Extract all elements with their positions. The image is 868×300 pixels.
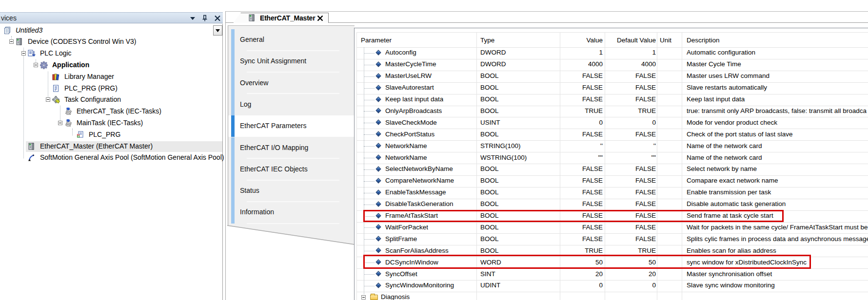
param-value[interactable]: FALSE bbox=[582, 200, 603, 207]
param-value[interactable]: FALSE bbox=[582, 188, 603, 196]
tree-connector bbox=[364, 181, 375, 182]
param-value[interactable]: '' bbox=[600, 142, 603, 150]
dialog-tab-label: EtherCAT I/O Mapping bbox=[240, 144, 308, 151]
pin-icon[interactable] bbox=[201, 15, 209, 22]
param-type: BOOL bbox=[480, 188, 499, 196]
tree-item-device-codesys-control-win-v3[interactable]: Device (CODESYS Control Win V3) bbox=[0, 37, 223, 47]
collapse-toggle-icon[interactable] bbox=[21, 51, 26, 56]
param-name[interactable]: MasterCycleTime bbox=[385, 60, 436, 68]
param-name[interactable]: ScanForAliasAddress bbox=[385, 247, 449, 254]
param-value[interactable]: FALSE bbox=[582, 95, 603, 103]
column-header-description[interactable]: Description bbox=[687, 37, 720, 44]
param-name[interactable]: SlaveAutorestart bbox=[385, 84, 434, 91]
param-value[interactable]: 0 bbox=[599, 281, 603, 289]
parameter-icon bbox=[375, 143, 381, 148]
tree-item-maintask-iec-tasks[interactable]: MainTask (IEC-Tasks) bbox=[0, 118, 223, 129]
collapse-toggle-icon[interactable] bbox=[58, 121, 62, 125]
collapse-toggle-icon[interactable] bbox=[9, 39, 14, 44]
param-name[interactable]: DisableTaskGeneration bbox=[385, 200, 454, 207]
param-name[interactable]: Keep last input data bbox=[385, 95, 443, 103]
dialog-tab-log[interactable]: Log bbox=[228, 94, 355, 115]
param-description: Slave sync window monitoring bbox=[687, 281, 868, 289]
codesys-window: vices Untitled3Device (CODESYS Control W… bbox=[0, 0, 868, 300]
param-description: Name of the network card bbox=[687, 154, 868, 161]
dialog-tab-ethercat-parameters[interactable]: EtherCAT Parameters bbox=[228, 115, 355, 137]
tree-item-plc-prg-prg[interactable]: PLC_PRG (PRG) bbox=[0, 83, 223, 94]
param-type: BOOL bbox=[480, 200, 499, 207]
devices-panel-header[interactable]: vices bbox=[0, 12, 223, 23]
tree-item-ethercat-task-iec-tasks[interactable]: EtherCAT_Task (IEC-Tasks) bbox=[0, 106, 223, 117]
tree-connector bbox=[364, 193, 375, 193]
column-header-value[interactable]: Value bbox=[586, 37, 603, 44]
collapse-toggle-icon[interactable] bbox=[34, 63, 38, 67]
task-icon bbox=[64, 119, 72, 127]
param-value[interactable]: FALSE bbox=[582, 165, 603, 172]
param-value[interactable]: FALSE bbox=[582, 177, 603, 184]
tree-item-label: EtherCAT_Master (EtherCAT Master) bbox=[40, 142, 153, 150]
param-name[interactable]: SyncOffset bbox=[385, 270, 417, 278]
tree-item-plc-prg[interactable]: PLC_PRG bbox=[0, 130, 223, 140]
param-type: DWORD bbox=[480, 49, 506, 56]
column-header-type[interactable]: Type bbox=[480, 37, 494, 44]
close-icon[interactable] bbox=[214, 15, 221, 22]
param-value[interactable]: 1 bbox=[599, 49, 603, 56]
tree-item-label: MainTask (IEC-Tasks) bbox=[77, 119, 143, 127]
grid-line bbox=[356, 280, 868, 281]
tree-item-untitled3[interactable]: Untitled3 bbox=[0, 25, 223, 36]
dialog-tab-ethercat-iec-objects[interactable]: EtherCAT IEC Objects bbox=[228, 159, 355, 180]
param-name[interactable]: SlaveCheckMode bbox=[385, 119, 437, 126]
column-header-parameter[interactable]: Parameter bbox=[361, 37, 392, 44]
param-value[interactable]: 20 bbox=[595, 270, 603, 278]
param-name[interactable]: NetworkName bbox=[385, 154, 427, 161]
param-name[interactable]: SyncWindowMonitoring bbox=[385, 281, 454, 289]
param-name[interactable]: WaitForPacket bbox=[385, 224, 428, 231]
param-name[interactable]: CompareNetworkName bbox=[385, 177, 454, 184]
param-group-name[interactable]: Diagnosis bbox=[381, 293, 410, 300]
parameter-icon bbox=[375, 85, 381, 90]
tree-item-label: PLC_PRG bbox=[89, 131, 120, 138]
tree-item-softmotion-general-axis-pool-softmotion-general-axis-pool[interactable]: SoftMotion General Axis Pool (SoftMotion… bbox=[0, 152, 223, 163]
dialog-tab-ethercat-i-o-mapping[interactable]: EtherCAT I/O Mapping bbox=[228, 137, 355, 159]
param-value[interactable]: FALSE bbox=[582, 72, 603, 79]
dialog-tab-general[interactable]: General bbox=[228, 29, 355, 51]
param-value[interactable]: 0 bbox=[599, 119, 603, 126]
dialog-tab-information[interactable]: Information bbox=[228, 202, 355, 223]
dialog-tab-status[interactable]: Status bbox=[228, 180, 355, 202]
tree-item-library-manager[interactable]: Library Manager bbox=[0, 72, 223, 82]
column-header-default-value[interactable]: Default Value bbox=[617, 37, 656, 44]
param-name[interactable]: OnlyArpBroadcasts bbox=[385, 107, 442, 114]
param-value[interactable]: TRUE bbox=[585, 247, 603, 254]
param-name[interactable]: MasterUseLRW bbox=[385, 72, 432, 79]
param-name[interactable]: EnableTaskMessage bbox=[385, 188, 446, 196]
collapse-toggle-icon[interactable] bbox=[46, 97, 50, 102]
param-value[interactable]: FALSE bbox=[582, 84, 603, 91]
parameter-icon bbox=[375, 248, 381, 253]
param-value[interactable]: FALSE bbox=[582, 131, 603, 138]
tree-dropdown-button[interactable] bbox=[213, 25, 222, 36]
param-name[interactable]: SelectNetworkByName bbox=[385, 165, 453, 172]
chevron-down-icon[interactable] bbox=[189, 15, 197, 22]
dialog-tab-sync-unit-assignment[interactable]: Sync Unit Assignment bbox=[228, 51, 355, 72]
param-default: 0 bbox=[652, 119, 656, 126]
column-header-unit[interactable]: Unit bbox=[660, 37, 671, 44]
editor-tab-ethercat-master[interactable]: EtherCAT_Master bbox=[233, 13, 329, 23]
tree-item-ethercat-master-ethercat-master[interactable]: EtherCAT_Master (EtherCAT Master) bbox=[26, 141, 222, 152]
param-name[interactable]: SplitFrame bbox=[385, 235, 417, 243]
param-value[interactable]: 4000 bbox=[588, 60, 603, 68]
dialog-tab-overview[interactable]: Overview bbox=[228, 73, 355, 94]
param-value[interactable]: FALSE bbox=[582, 224, 603, 231]
param-name[interactable]: NetworkName bbox=[385, 142, 427, 150]
param-value[interactable]: FALSE bbox=[582, 235, 603, 243]
tree-item-task-configuration[interactable]: Task Configuration bbox=[0, 94, 223, 105]
param-value[interactable]: TRUE bbox=[585, 107, 603, 114]
tree-item-plc-logic[interactable]: PLC Logic bbox=[0, 48, 223, 59]
param-value[interactable]: "" bbox=[598, 154, 603, 161]
param-name[interactable]: Autoconfig bbox=[385, 49, 416, 56]
tree-item-application[interactable]: Application bbox=[0, 60, 223, 71]
param-description: Enables scan for alias address bbox=[687, 247, 868, 254]
tab-close-icon[interactable] bbox=[317, 15, 323, 21]
collapse-toggle-icon[interactable] bbox=[361, 295, 366, 300]
grid-line bbox=[356, 59, 868, 59]
param-name[interactable]: CheckPortStatus bbox=[385, 131, 434, 138]
dialog-tab-strip: GeneralSync Unit AssignmentOverviewLogEt… bbox=[228, 25, 355, 245]
